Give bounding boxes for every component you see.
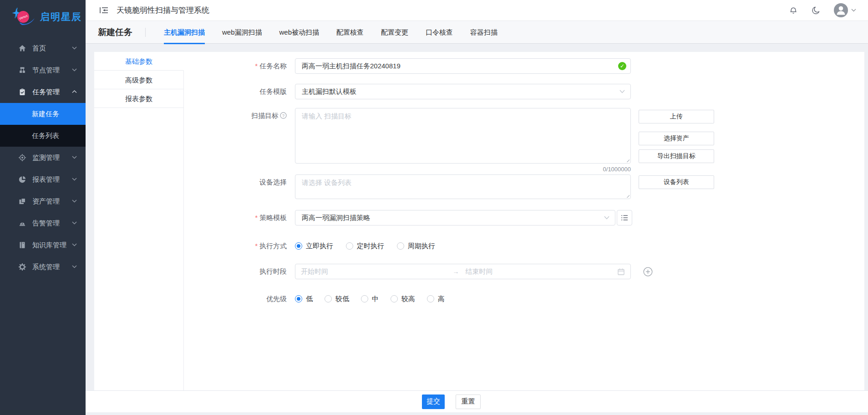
- sidebar-item-tasks[interactable]: 任务管理: [0, 81, 86, 103]
- form-card: 基础参数 高级参数 报表参数 *任务名称 ✓: [94, 52, 864, 390]
- chevron-down-icon: [72, 221, 77, 225]
- top-header: 天镜脆弱性扫描与管理系统: [86, 0, 868, 21]
- reset-button[interactable]: 重置: [456, 395, 481, 409]
- dark-mode-moon-icon[interactable]: [811, 5, 821, 15]
- alarm-icon: [18, 219, 26, 227]
- home-icon: [18, 44, 26, 52]
- sidebar-item-home[interactable]: 首页: [0, 37, 86, 59]
- policy-list-button[interactable]: [617, 210, 632, 225]
- add-time-range-button[interactable]: [643, 266, 653, 277]
- valid-check-icon: ✓: [618, 62, 626, 70]
- chevron-down-icon: [851, 9, 856, 12]
- radio-scheduled-exec[interactable]: 定时执行: [346, 241, 384, 251]
- template-select[interactable]: 主机漏扫默认模板: [295, 84, 631, 99]
- range-arrow-icon: →: [453, 268, 459, 275]
- param-menu: 基础参数 高级参数 报表参数: [94, 52, 184, 390]
- notification-bell-icon[interactable]: [788, 5, 798, 15]
- radio-dot: [346, 242, 353, 250]
- brand-name: 启明星辰: [40, 10, 82, 23]
- required-asterisk: *: [255, 242, 258, 250]
- policy-template-label: *策略模板: [184, 210, 295, 225]
- chevron-down-icon: [72, 178, 77, 181]
- device-select-label: 设备选择: [184, 174, 295, 190]
- param-tab-advanced[interactable]: 高级参数: [94, 71, 184, 89]
- sidebar-menu: 首页 节点管理: [0, 34, 86, 415]
- divider: [145, 28, 146, 37]
- tab-web-passive-scan[interactable]: web被动扫描: [279, 21, 320, 44]
- chevron-down-icon: [72, 68, 77, 72]
- exec-mode-radio-group: 立即执行 定时执行 周期执行: [295, 238, 435, 251]
- form-footer: 提交 重置: [86, 390, 868, 412]
- chevron-down-icon: [604, 216, 609, 220]
- priority-label: 优先级: [184, 291, 295, 304]
- avatar: [834, 3, 848, 17]
- chevron-down-icon: [72, 156, 77, 159]
- task-name-label: *任务名称: [184, 58, 295, 74]
- row-exec-time: 执行时段 开始时间 → 结束时间: [184, 264, 864, 279]
- scan-type-tabstrip: 新建任务 主机漏洞扫描 web漏洞扫描 web被动扫描 配置核查 配置变更 口令…: [86, 21, 868, 44]
- select-asset-button[interactable]: 选择资产: [639, 132, 714, 145]
- radio-priority-low[interactable]: 低: [295, 293, 313, 304]
- header-actions: [788, 3, 856, 17]
- knowledge-book-icon: [18, 241, 26, 249]
- device-list-button[interactable]: 设备列表: [639, 175, 714, 189]
- question-circle-icon[interactable]: ?: [280, 112, 287, 119]
- radio-priority-high[interactable]: 高: [427, 293, 445, 304]
- tab-password-check[interactable]: 口令核查: [426, 21, 453, 44]
- app-root: Venus 启明星辰 首页: [0, 0, 868, 415]
- param-tab-report[interactable]: 报表参数: [94, 89, 184, 108]
- user-menu[interactable]: [834, 3, 856, 17]
- tab-config-change[interactable]: 配置变更: [381, 21, 408, 44]
- report-pie-icon: [18, 175, 26, 184]
- radio-immediate-exec[interactable]: 立即执行: [295, 241, 333, 251]
- start-time-placeholder[interactable]: 开始时间: [301, 267, 453, 276]
- main-column: 天镜脆弱性扫描与管理系统: [86, 0, 868, 415]
- sidebar: Venus 启明星辰 首页: [0, 0, 86, 415]
- sidebar-item-task-list[interactable]: 任务列表: [0, 125, 86, 147]
- sidebar-item-reports[interactable]: 报表管理: [0, 169, 86, 190]
- export-targets-button[interactable]: 导出扫描目标: [639, 149, 714, 163]
- radio-dot: [325, 295, 332, 302]
- submit-button[interactable]: 提交: [422, 395, 445, 409]
- sidebar-item-alerts[interactable]: 告警管理: [0, 212, 86, 234]
- sidebar-item-monitor[interactable]: 监测管理: [0, 147, 86, 169]
- bottom-strip: [86, 412, 868, 415]
- radio-priority-lower[interactable]: 较低: [325, 293, 349, 304]
- content-area: 基础参数 高级参数 报表参数 *任务名称 ✓: [86, 44, 868, 390]
- sidebar-item-system[interactable]: 系统管理: [0, 256, 86, 278]
- radio-dot: [391, 295, 398, 302]
- row-template: 任务模版 主机漏扫默认模板: [184, 84, 864, 99]
- radio-priority-medium[interactable]: 中: [361, 293, 379, 304]
- nodes-icon: [18, 66, 26, 74]
- radio-dot: [361, 295, 368, 302]
- sidebar-item-nodes[interactable]: 节点管理: [0, 59, 86, 81]
- row-device-select: 设备选择 设备列表: [184, 174, 864, 199]
- scan-target-textarea[interactable]: [295, 108, 630, 163]
- radio-periodic-exec[interactable]: 周期执行: [397, 241, 435, 251]
- time-range-input[interactable]: 开始时间 → 结束时间: [295, 264, 631, 279]
- chevron-down-icon: [72, 200, 77, 203]
- end-time-placeholder[interactable]: 结束时间: [459, 267, 618, 276]
- sidebar-item-knowledge[interactable]: 知识库管理: [0, 234, 86, 256]
- tab-config-check[interactable]: 配置核查: [336, 21, 364, 44]
- fold-sidebar-icon[interactable]: [99, 6, 109, 15]
- tab-web-vuln-scan[interactable]: web漏洞扫描: [222, 21, 262, 44]
- brand-logo-icon: Venus: [12, 6, 36, 27]
- upload-button[interactable]: 上传: [639, 110, 714, 123]
- sidebar-item-assets[interactable]: 资产管理: [0, 190, 86, 212]
- template-label: 任务模版: [184, 84, 295, 99]
- tab-container-scan[interactable]: 容器扫描: [470, 21, 497, 44]
- device-select-textarea[interactable]: [295, 175, 630, 199]
- gear-icon: [18, 263, 26, 271]
- sidebar-item-new-task[interactable]: 新建任务: [0, 103, 86, 125]
- assets-icon: [18, 197, 26, 205]
- task-form: *任务名称 ✓ 任务模版 主机漏扫默认模板: [184, 52, 864, 390]
- policy-template-select[interactable]: 两高一弱漏洞扫描策略: [295, 210, 615, 225]
- exec-time-label: 执行时段: [184, 264, 295, 279]
- radio-priority-higher[interactable]: 较高: [391, 293, 415, 304]
- task-name-input[interactable]: [295, 58, 631, 74]
- radio-dot: [427, 295, 434, 302]
- row-priority: 优先级 低 较低 中 较高 高: [184, 291, 864, 304]
- param-tab-basic[interactable]: 基础参数: [94, 52, 184, 71]
- tab-host-vuln-scan[interactable]: 主机漏洞扫描: [164, 21, 205, 44]
